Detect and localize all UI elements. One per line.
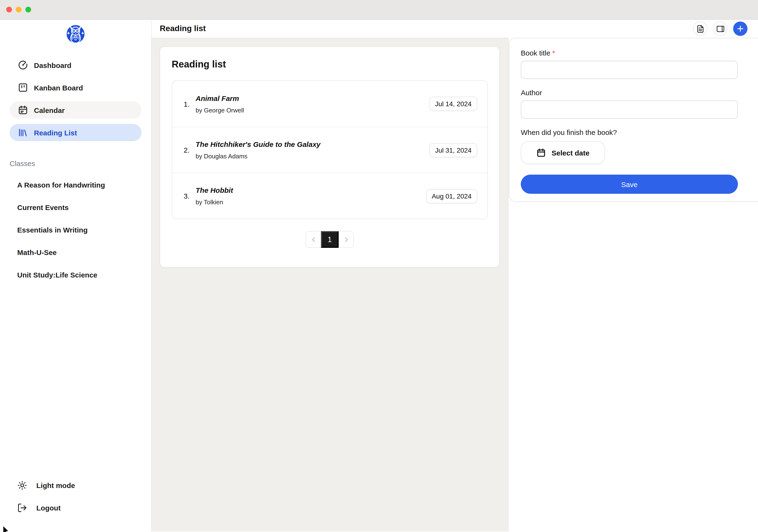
sidebar-nav: Dashboard Kanban Board — [10, 56, 142, 141]
select-date-button[interactable]: Select date — [521, 141, 605, 164]
app-window: Dashboard Kanban Board — [0, 0, 758, 532]
pagination-next-button[interactable] — [339, 231, 354, 248]
pagination: 1 — [172, 231, 488, 248]
book-index: 1. — [184, 100, 194, 108]
sidebar-item-calendar[interactable]: Calendar — [10, 101, 142, 119]
minimize-window-button[interactable] — [16, 7, 21, 13]
book-list: 1. Animal Farm by George Orwell Jul 14, … — [172, 80, 488, 219]
add-book-button[interactable] — [733, 21, 747, 36]
finish-date-badge[interactable]: Jul 31, 2024 — [429, 143, 477, 157]
add-book-panel: Book title* Author When did you finish t… — [509, 38, 758, 532]
logout-label: Logout — [36, 504, 61, 512]
finish-date-badge[interactable]: Jul 14, 2024 — [429, 97, 477, 111]
book-button[interactable] — [713, 21, 727, 36]
book-author: by Tolkien — [195, 198, 233, 206]
class-item[interactable]: A Reason for Handwriting — [0, 174, 151, 196]
header-actions — [693, 21, 747, 36]
sidebar-item-label: Kanban Board — [34, 84, 83, 91]
book-row: 3. The Hobbit by Tolkien Aug 01, 2024 — [172, 173, 487, 219]
book-index: 3. — [184, 192, 194, 200]
required-asterisk: * — [552, 49, 555, 57]
book-icon — [716, 25, 724, 33]
book-row: 2. The Hitchhiker's Guide to the Galaxy … — [172, 127, 487, 173]
add-book-form: Book title* Author When did you finish t… — [509, 38, 758, 202]
owl-logo — [65, 23, 86, 48]
plus-icon — [736, 24, 744, 33]
class-item[interactable]: Math-U-See — [0, 241, 151, 264]
book-row: 1. Animal Farm by George Orwell Jul 14, … — [172, 81, 487, 127]
book-title: The Hitchhiker's Guide to the Galaxy — [195, 140, 321, 148]
classes-section-heading: Classes — [10, 159, 151, 169]
window-controls — [6, 7, 31, 13]
class-item[interactable]: Unit Study:Life Science — [0, 264, 151, 286]
sidebar-item-kanban-board[interactable]: Kanban Board — [10, 79, 142, 96]
sun-icon — [17, 480, 27, 490]
gauge-icon — [18, 60, 28, 70]
finish-date-badge[interactable]: Aug 01, 2024 — [426, 189, 477, 203]
finish-date-question: When did you finish the book? — [521, 128, 738, 136]
book-author: by Douglas Adams — [195, 153, 321, 160]
kanban-icon — [18, 82, 28, 93]
close-window-button[interactable] — [6, 7, 12, 13]
class-item[interactable]: Current Events — [0, 196, 151, 219]
pagination-prev-button[interactable] — [306, 231, 321, 248]
logout-button[interactable]: Logout — [17, 501, 151, 514]
zoom-window-button[interactable] — [25, 7, 31, 13]
calendar-icon — [536, 148, 546, 158]
sidebar: Dashboard Kanban Board — [0, 19, 152, 532]
reading-list-card-title: Reading list — [172, 58, 488, 70]
library-icon — [18, 127, 28, 138]
book-title-input[interactable] — [521, 61, 738, 79]
main-content: Reading list 1. Animal Farm by George Or… — [152, 38, 509, 532]
sidebar-item-reading-list[interactable]: Reading List — [10, 124, 142, 141]
author-input[interactable] — [521, 100, 738, 119]
author-label: Author — [521, 89, 738, 97]
file-text-icon — [696, 25, 704, 33]
light-mode-toggle[interactable]: Light mode — [17, 479, 151, 492]
light-mode-label: Light mode — [36, 481, 75, 489]
sidebar-item-label: Reading List — [34, 128, 77, 137]
sidebar-footer: Light mode Logout — [0, 479, 151, 532]
select-date-label: Select date — [552, 149, 589, 157]
book-author: by George Orwell — [195, 106, 244, 114]
reading-list-card: Reading list 1. Animal Farm by George Or… — [160, 47, 500, 267]
book-index: 2. — [184, 146, 194, 154]
book-title-label: Book title* — [521, 49, 738, 57]
page-header: Reading list — [152, 19, 758, 38]
logout-icon — [17, 503, 27, 513]
classes-list: A Reason for Handwriting Current Events … — [0, 174, 151, 286]
sidebar-item-label: Calendar — [34, 106, 65, 114]
chevron-right-icon — [342, 236, 350, 243]
pagination-page-1[interactable]: 1 — [321, 231, 339, 248]
notes-button[interactable] — [693, 21, 707, 36]
save-button[interactable]: Save — [521, 175, 738, 194]
book-title: The Hobbit — [195, 186, 233, 194]
book-title: Animal Farm — [195, 94, 244, 102]
page-title: Reading list — [160, 24, 206, 33]
chevron-left-icon — [310, 236, 317, 243]
sidebar-item-dashboard[interactable]: Dashboard — [10, 56, 142, 74]
window-titlebar — [0, 0, 758, 19]
mouse-cursor — [3, 526, 10, 532]
class-item[interactable]: Essentials in Writing — [0, 219, 151, 241]
sidebar-item-label: Dashboard — [34, 61, 72, 69]
calendar-icon — [18, 105, 28, 115]
